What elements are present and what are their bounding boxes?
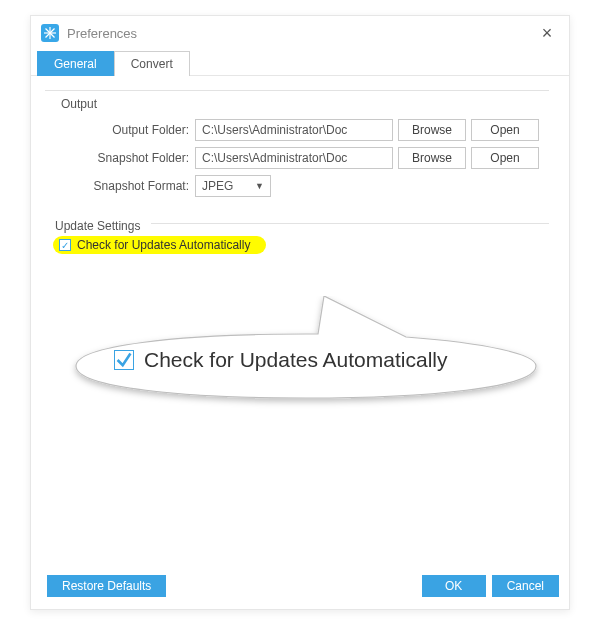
tab-general[interactable]: General (37, 51, 114, 76)
restore-defaults-button[interactable]: Restore Defaults (47, 575, 166, 597)
tabs: General Convert (31, 50, 569, 76)
callout-text: Check for Updates Automatically (144, 348, 447, 372)
callout-checkbox[interactable] (114, 350, 134, 370)
browse-button[interactable]: Browse (398, 147, 466, 169)
app-icon (41, 24, 59, 42)
browse-button[interactable]: Browse (398, 119, 466, 141)
open-button[interactable]: Open (471, 119, 539, 141)
ok-button[interactable]: OK (422, 575, 486, 597)
callout-content: Check for Updates Automatically (114, 348, 447, 372)
divider (45, 90, 549, 91)
snapshot-format-label: Snapshot Format: (85, 179, 195, 193)
check-updates-row-highlighted: ✓ Check for Updates Automatically (53, 236, 266, 254)
update-group-label: Update Settings (55, 219, 549, 233)
chevron-down-icon: ▼ (255, 181, 264, 191)
footer: Restore Defaults OK Cancel (41, 575, 559, 597)
check-updates-label: Check for Updates Automatically (77, 238, 250, 252)
output-folder-row: Output Folder: Browse Open (85, 119, 549, 141)
titlebar: Preferences × (31, 16, 569, 50)
snapshot-format-value: JPEG (202, 179, 233, 193)
callout-bubble: Check for Updates Automatically (56, 296, 556, 436)
content-panel: Output Output Folder: Browse Open Snapsh… (31, 76, 569, 254)
snapshot-folder-input[interactable] (195, 147, 393, 169)
check-updates-checkbox[interactable]: ✓ (59, 239, 71, 251)
open-button[interactable]: Open (471, 147, 539, 169)
output-folder-label: Output Folder: (85, 123, 195, 137)
preferences-dialog: Preferences × General Convert Output Out… (30, 15, 570, 610)
close-icon[interactable]: × (535, 23, 559, 44)
tab-convert[interactable]: Convert (114, 51, 190, 76)
snapshot-folder-row: Snapshot Folder: Browse Open (85, 147, 549, 169)
snapshot-folder-label: Snapshot Folder: (85, 151, 195, 165)
window-title: Preferences (67, 26, 535, 41)
output-folder-input[interactable] (195, 119, 393, 141)
snapshot-format-select[interactable]: JPEG ▼ (195, 175, 271, 197)
cancel-button[interactable]: Cancel (492, 575, 559, 597)
output-group-label: Output (61, 97, 549, 111)
snapshot-format-row: Snapshot Format: JPEG ▼ (85, 175, 549, 197)
